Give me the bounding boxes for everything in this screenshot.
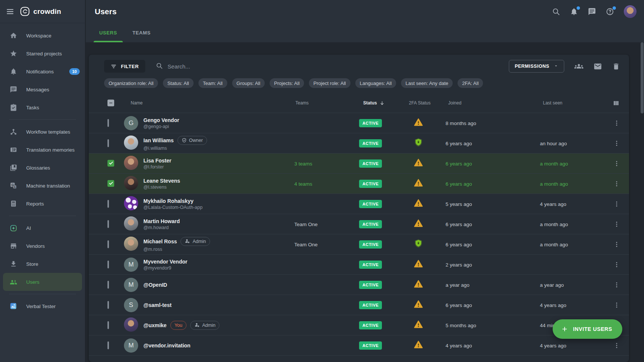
search-input[interactable] — [168, 63, 317, 70]
table-row[interactable]: MMyvendor Vendor@myvendor9ACTIVE2 years … — [89, 255, 629, 275]
invite-users-button[interactable]: INVITE USERS — [553, 319, 622, 339]
filter-chip[interactable]: 2FA: All — [458, 78, 483, 88]
search-icon[interactable] — [552, 7, 560, 16]
permissions-dropdown[interactable]: PERMISSIONS — [509, 60, 564, 73]
filter-chip[interactable]: Project role: All — [309, 78, 350, 88]
status-badge: ACTIVE — [359, 341, 382, 350]
help-icon[interactable] — [606, 7, 614, 16]
teams-value[interactable]: 3 teams — [294, 161, 312, 167]
user-name: Lisa Foster — [143, 158, 171, 164]
sidebar-item-verbal-tester[interactable]: Verbal Tester — [0, 297, 85, 315]
sidebar-item-reports[interactable]: Reports — [0, 195, 85, 213]
table-row[interactable]: Michael RossAdmin@m.rossTeam OneACTIVE6 … — [89, 234, 629, 255]
crowdin-logo[interactable]: crowdin — [20, 6, 61, 16]
user-name-cell: @vendor.invitation — [143, 343, 294, 349]
row-checkbox[interactable] — [107, 321, 109, 329]
sidebar-item-store[interactable]: Store — [0, 255, 85, 273]
status-cell: ACTIVE — [359, 301, 400, 309]
table-row[interactable]: Lisa Foster@l.forster3 teamsACTIVE6 year… — [89, 153, 629, 174]
row-menu-button[interactable] — [613, 342, 620, 349]
user-name-line: @uxmikeYouAdmin — [143, 321, 294, 330]
sidebar-item-vendors[interactable]: Vendors — [0, 237, 85, 255]
chevron-down-icon — [554, 64, 558, 69]
row-menu-button[interactable] — [613, 221, 620, 228]
filter-chip[interactable]: Languages: All — [355, 78, 396, 88]
filter-chip[interactable]: Organization role: All — [104, 78, 158, 88]
status-cell: ACTIVE — [359, 321, 400, 329]
warning-triangle-icon — [414, 279, 423, 290]
teams-value[interactable]: 4 teams — [294, 181, 312, 187]
row-checkbox[interactable] — [107, 240, 109, 248]
tab-users[interactable]: USERS — [94, 23, 123, 42]
filter-chip[interactable]: Status: All — [163, 78, 194, 88]
filter-chip[interactable]: Last seen: Any date — [401, 78, 453, 88]
avatar-face — [128, 320, 134, 326]
filter-chip[interactable]: Projects: All — [270, 78, 304, 88]
row-checkbox[interactable] — [107, 160, 114, 167]
warning-triangle-icon — [414, 178, 423, 189]
sidebar-item-tasks[interactable]: Tasks — [0, 98, 85, 116]
column-header-status[interactable]: Status — [359, 100, 400, 106]
sidebar-item-notifications[interactable]: Notifications10 — [0, 63, 85, 80]
sidebar-item-workspace[interactable]: Workspace — [0, 27, 85, 45]
sidebar-item-ai[interactable]: AI — [0, 219, 85, 237]
sidebar-item-workflow-templates[interactable]: Workflow templates — [0, 123, 85, 141]
table-row[interactable]: M@vendor.invitationACTIVE4 years ago4 ye… — [89, 335, 629, 356]
hamburger-menu-icon[interactable] — [6, 7, 14, 16]
trash-icon[interactable] — [612, 63, 620, 70]
select-all-checkbox[interactable] — [107, 100, 114, 106]
user-name-cell: Gengo Vendor@gengo-api — [143, 117, 294, 129]
table-row[interactable]: Ian WilliamsOwner@i.williamsACTIVE6 year… — [89, 133, 629, 153]
mail-icon[interactable] — [593, 62, 602, 71]
sidebar-item-translation-memories[interactable]: Translation memories — [0, 141, 85, 159]
user-name-line: Lisa Foster — [143, 158, 294, 164]
table-row[interactable]: Mykhailo Rohalskyy@Lalala-Custom-OAuth-a… — [89, 194, 629, 214]
row-checkbox[interactable] — [107, 139, 109, 147]
row-menu-button[interactable] — [613, 160, 620, 167]
column-settings-icon[interactable] — [613, 100, 620, 107]
row-menu-button[interactable] — [613, 261, 620, 268]
row-checkbox[interactable] — [107, 261, 109, 268]
row-menu-button[interactable] — [613, 241, 620, 248]
row-menu-button[interactable] — [613, 180, 620, 187]
user-avatar[interactable] — [624, 5, 637, 18]
notifications-bell-icon[interactable] — [570, 7, 578, 16]
table-header: Name Teams Status 2FA Status Joined Last… — [89, 93, 629, 113]
toolbar: FILTER PERMISSIONS — [89, 55, 629, 73]
joined-value: 2 years ago — [446, 262, 472, 268]
row-menu-button[interactable] — [613, 201, 620, 207]
sidebar-item-starred-projects[interactable]: Starred projects — [0, 45, 85, 63]
row-menu-button[interactable] — [613, 302, 620, 308]
row-checkbox[interactable] — [107, 200, 109, 208]
filter-chip[interactable]: Team: All — [198, 78, 227, 88]
table-row[interactable]: S@saml-testACTIVE6 years ago4 years ago — [89, 295, 629, 315]
toolbar-actions: PERMISSIONS — [509, 60, 620, 73]
filter-chip[interactable]: Groups: All — [232, 78, 265, 88]
table-row[interactable]: M@OpenIDACTIVEa year agoa year ago — [89, 275, 629, 295]
tab-teams[interactable]: TEAMS — [127, 23, 157, 42]
row-checkbox[interactable] — [107, 119, 109, 127]
table-row[interactable]: Martin Howard@m.howardTeam OneACTIVE6 ye… — [89, 214, 629, 234]
row-menu-button[interactable] — [613, 140, 620, 147]
row-checkbox[interactable] — [107, 341, 109, 349]
page-scrollbar[interactable] — [641, 42, 644, 113]
joined-value: 6 years ago — [446, 141, 472, 146]
sidebar-item-users[interactable]: Users — [3, 273, 82, 291]
row-checkbox[interactable] — [107, 281, 109, 289]
table-row[interactable]: @uxmikeYouAdminACTIVE5 months ago44 minu… — [89, 315, 629, 335]
groups-icon[interactable] — [574, 62, 583, 71]
row-checkbox[interactable] — [107, 180, 114, 187]
sidebar-item-machine-translation[interactable]: GAMachine translation — [0, 177, 85, 195]
row-menu-button[interactable] — [613, 282, 620, 288]
row-menu-button[interactable] — [613, 120, 620, 127]
filter-button[interactable]: FILTER — [104, 60, 145, 73]
invite-users-label: INVITE USERS — [573, 326, 612, 332]
sidebar-item-messages[interactable]: Messages — [0, 80, 85, 98]
row-checkbox[interactable] — [107, 301, 109, 309]
table-row[interactable]: GGengo Vendor@gengo-apiACTIVE8 months ag… — [89, 113, 629, 133]
table-row[interactable]: Leane Stevens@l.stevens4 teamsACTIVE6 ye… — [89, 174, 629, 194]
tabs: USERSTEAMS — [86, 23, 644, 42]
messages-chat-icon[interactable] — [588, 7, 596, 16]
row-checkbox[interactable] — [107, 220, 109, 228]
sidebar-item-glossaries[interactable]: Glossaries — [0, 159, 85, 177]
